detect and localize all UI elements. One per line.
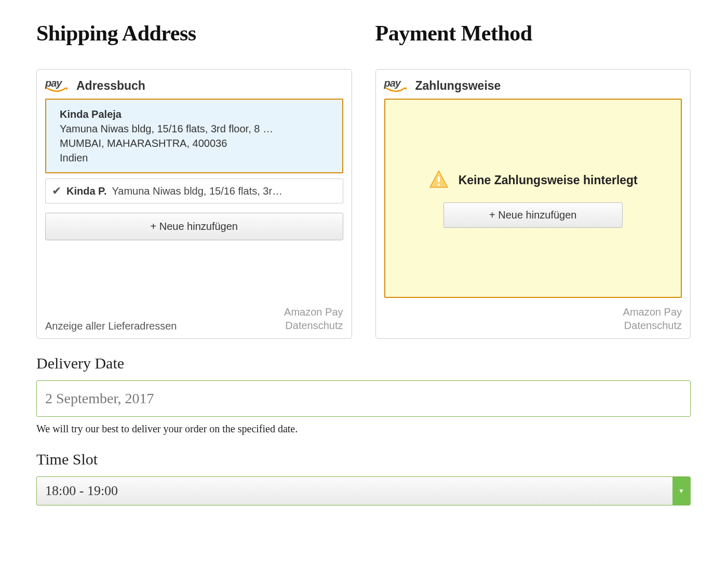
shipping-column: Shipping Address pay Adressbuch Kinda Pa… xyxy=(36,21,352,339)
payment-panel: pay Zahlungsweise Keine Zahlungsweise hi… xyxy=(375,69,691,339)
shipping-panel-title: Adressbuch xyxy=(76,79,145,93)
svg-point-1 xyxy=(437,183,440,186)
shipping-panel: pay Adressbuch Kinda Paleja Yamuna Niwas… xyxy=(36,69,352,339)
show-all-addresses-link[interactable]: Anzeige aller Lieferadressen xyxy=(45,320,177,332)
svg-rect-0 xyxy=(438,176,440,182)
address-line2: MUMBAI, MAHARASHTRA, 400036 xyxy=(60,136,329,151)
payment-footer-links: Amazon Pay Datenschutz xyxy=(623,305,682,332)
selected-address-card[interactable]: Kinda Paleja Yamuna Niwas bldg, 15/16 fl… xyxy=(45,99,343,173)
payment-title: Payment Method xyxy=(375,21,691,46)
amazon-pay-link[interactable]: Amazon Pay xyxy=(623,305,682,319)
privacy-link[interactable]: Datenschutz xyxy=(623,319,682,332)
address-country: Indien xyxy=(60,151,329,165)
payment-panel-title: Zahlungsweise xyxy=(415,79,501,93)
payment-warning-line: Keine Zahlungsweise hinterlegt xyxy=(428,169,638,192)
amazon-pay-link[interactable]: Amazon Pay xyxy=(284,305,343,319)
shipping-title: Shipping Address xyxy=(36,21,352,46)
address-option-rest: Yamuna Niwas bldg, 15/16 flats, 3r… xyxy=(112,185,282,197)
payment-warning-text: Keine Zahlungsweise hinterlegt xyxy=(459,173,638,187)
warning-icon xyxy=(428,169,449,192)
shipping-panel-header: pay Adressbuch xyxy=(45,78,343,93)
shipping-panel-footer: Anzeige aller Lieferadressen Amazon Pay … xyxy=(45,305,343,332)
top-row: Shipping Address pay Adressbuch Kinda Pa… xyxy=(36,21,691,339)
payment-panel-footer: Amazon Pay Datenschutz xyxy=(384,305,682,332)
add-payment-button[interactable]: + Neue hinzufügen xyxy=(443,202,623,228)
delivery-date-note: We will try our best to deliver your ord… xyxy=(36,423,691,435)
address-option[interactable]: ✔ Kinda P. Yamuna Niwas bldg, 15/16 flat… xyxy=(45,179,343,203)
timeslot-label: Time Slot xyxy=(36,450,691,468)
address-name: Kinda Paleja xyxy=(60,107,329,121)
address-option-name: Kinda P. xyxy=(66,185,106,197)
amazon-pay-icon: pay xyxy=(384,78,408,93)
shipping-footer-links: Amazon Pay Datenschutz xyxy=(284,305,343,332)
delivery-date-input[interactable] xyxy=(36,380,691,417)
delivery-date-label: Delivery Date xyxy=(36,354,691,372)
timeslot-select[interactable]: 18:00 - 19:00 ▼ xyxy=(36,476,691,505)
timeslot-value: 18:00 - 19:00 xyxy=(37,477,672,505)
checkmark-icon: ✔ xyxy=(52,184,61,198)
add-address-button[interactable]: + Neue hinzufügen xyxy=(45,213,343,240)
payment-empty-box: Keine Zahlungsweise hinterlegt + Neue hi… xyxy=(384,99,682,298)
payment-panel-header: pay Zahlungsweise xyxy=(384,78,682,93)
privacy-link[interactable]: Datenschutz xyxy=(284,319,343,332)
payment-column: Payment Method pay Zahlungsweise xyxy=(375,21,691,339)
amazon-pay-icon: pay xyxy=(45,78,69,93)
address-line1: Yamuna Niwas bldg, 15/16 flats, 3rd floo… xyxy=(60,121,329,136)
chevron-down-icon: ▼ xyxy=(672,477,690,505)
